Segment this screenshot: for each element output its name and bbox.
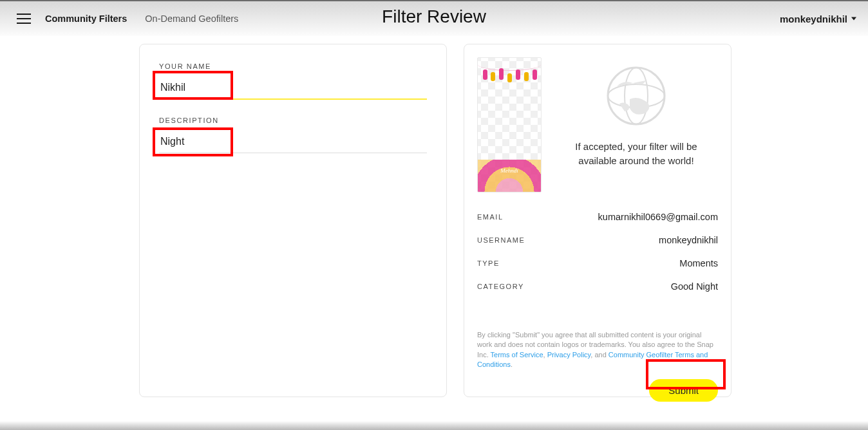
description-input[interactable] [159, 132, 427, 153]
bottom-shade [0, 421, 868, 430]
user-menu-label: monkeydnikhil [780, 14, 847, 24]
info-val: monkeydnikhil [659, 235, 718, 245]
info-row-username: USERNAME monkeydnikhil [477, 229, 718, 252]
info-key: USERNAME [477, 236, 525, 244]
user-menu[interactable]: monkeydnikhil [780, 14, 856, 24]
page-title: Filter Review [382, 6, 486, 27]
hamburger-icon[interactable] [17, 14, 31, 24]
name-label: YOUR NAME [159, 62, 427, 70]
info-row-email: EMAIL kumarnikhil0669@gmail.com [477, 205, 718, 229]
summary-card: Mehndi If accepted, your filter will be … [464, 44, 731, 397]
legal-text: By clicking "Submit" you agree that all … [477, 330, 718, 370]
accept-text: If accepted, your filter will be availab… [575, 140, 697, 168]
info-key: EMAIL [477, 213, 504, 221]
info-val: Good Night [671, 281, 718, 292]
svg-point-0 [608, 68, 665, 124]
form-card: YOUR NAME DESCRIPTION [139, 44, 447, 397]
topbar: Community Filters On-Demand Geofilters F… [0, 0, 868, 36]
info-val: kumarnikhil0669@gmail.com [598, 212, 718, 222]
link-privacy[interactable]: Privacy Policy [547, 351, 591, 359]
globe-icon [604, 64, 668, 128]
nav-community-filters[interactable]: Community Filters [45, 14, 127, 24]
nav-ondemand-geofilters[interactable]: On-Demand Geofilters [145, 14, 238, 24]
caret-down-icon [851, 17, 856, 21]
name-input[interactable] [159, 78, 427, 100]
filter-preview: Mehndi [477, 57, 542, 192]
info-row-category: CATEGORY Good Night [477, 275, 718, 298]
link-tos[interactable]: Terms of Service [491, 351, 543, 359]
description-label: DESCRIPTION [159, 117, 427, 124]
info-row-type: TYPE Moments [477, 252, 718, 275]
info-key: CATEGORY [477, 283, 524, 290]
info-key: TYPE [477, 259, 500, 267]
info-val: Moments [679, 258, 718, 268]
preview-caption: Mehndi [478, 167, 541, 174]
nav-links: Community Filters On-Demand Geofilters [45, 14, 238, 24]
submit-button[interactable]: Submit [649, 379, 718, 402]
svg-point-2 [625, 68, 648, 124]
